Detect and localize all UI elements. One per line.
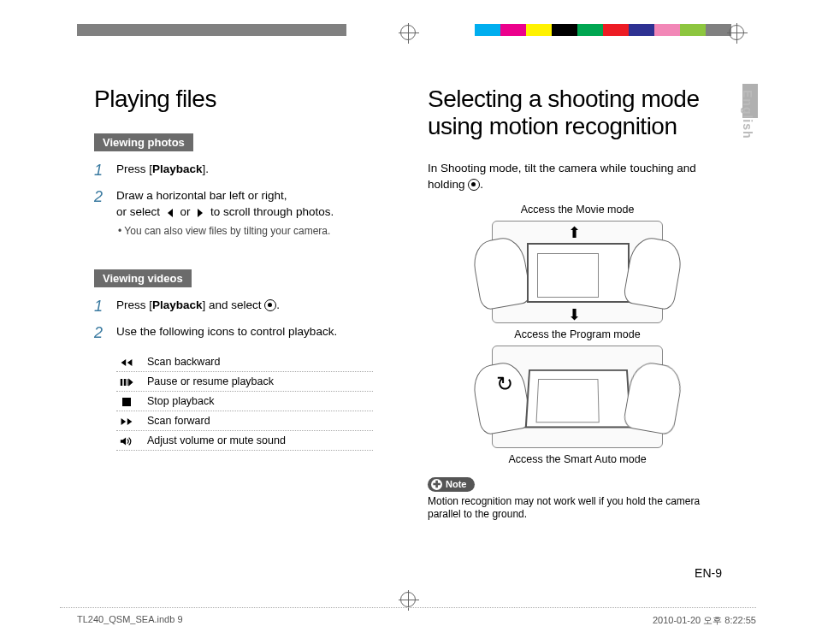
scan-forward-icon: [120, 417, 133, 427]
videos-step-2: 2 Use the following icons to control pla…: [94, 322, 393, 344]
step-text: or: [180, 205, 194, 218]
playback-label: Playback: [152, 162, 203, 175]
icon-desc: Adjust volume or mute sound: [147, 434, 286, 446]
caption-movie-mode: Access the Movie mode: [428, 204, 727, 216]
section-viewing-photos: Viewing photos: [94, 133, 193, 151]
step-text: Press [: [116, 298, 152, 311]
icon-desc: Pause or resume playback: [147, 375, 274, 387]
volume-icon: [120, 436, 133, 446]
arrow-up-icon: ⬆: [568, 223, 581, 242]
photos-step-2: 2 Draw a horizontal bar left or right, o…: [94, 186, 393, 239]
gray-calibration-bar: [77, 24, 346, 36]
heading-motion-recognition: Selecting a shooting mode using motion r…: [428, 86, 727, 140]
mode-touch-icon: [468, 179, 480, 191]
table-row: Stop playback: [116, 392, 373, 411]
right-column: Selecting a shooting mode using motion r…: [428, 86, 727, 573]
language-tab: English: [741, 90, 754, 139]
footer-timestamp: 2010-01-20 오후 8:22:55: [653, 614, 756, 627]
icon-desc: Stop playback: [147, 395, 215, 407]
chevron-left-icon: [163, 208, 177, 218]
svg-rect-0: [121, 379, 122, 386]
page-number: EN-9: [695, 566, 722, 580]
playback-icons-table: Scan backward Pause or resume playback S…: [116, 352, 373, 451]
intro-part: .: [480, 178, 483, 191]
step-text: Use the following icons to control playb…: [116, 325, 337, 338]
step-text: Draw a horizontal bar left or right,: [116, 189, 287, 202]
stop-icon: [120, 397, 133, 407]
step-subtext: • You can also view files by tilting you…: [116, 224, 334, 239]
step-text: or select: [116, 205, 163, 218]
note-text: Motion recognition may not work well if …: [428, 495, 727, 522]
step-number: 1: [94, 296, 108, 317]
note-badge: ✚ Note: [428, 477, 475, 492]
registration-mark-icon: [729, 25, 744, 40]
step-text: to scroll through photos.: [210, 205, 334, 218]
arrow-down-icon: ⬇: [568, 305, 581, 324]
videos-step-1: 1 Press [Playback] and select .: [94, 296, 393, 317]
registration-mark-icon: [400, 25, 416, 40]
section-viewing-videos: Viewing videos: [94, 269, 192, 287]
step-number: 2: [94, 186, 108, 239]
step-text: Press [: [116, 162, 152, 175]
svg-rect-2: [122, 398, 131, 406]
photos-step-1: 1 Press [Playback].: [94, 160, 393, 181]
tilt-arrow-icon: ↻: [496, 372, 522, 396]
step-text: ] and select: [203, 298, 265, 311]
playback-label: Playback: [152, 298, 203, 311]
step-number: 1: [94, 160, 108, 181]
registration-mark-icon: [400, 592, 416, 607]
left-column: Playing files Viewing photos 1 Press [Pl…: [94, 86, 393, 573]
color-calibration-bar: [475, 24, 731, 36]
icon-desc: Scan forward: [147, 415, 210, 427]
table-row: Pause or resume playback: [116, 372, 373, 392]
heading-playing-files: Playing files: [94, 86, 393, 113]
footer: TL240_QSM_SEA.indb 9 2010-01-20 오후 8:22:…: [77, 614, 756, 627]
pause-play-icon: [120, 377, 133, 387]
step-text: ].: [203, 162, 210, 175]
table-row: Scan backward: [116, 352, 373, 372]
intro-text: In Shooting mode, tilt the camera while …: [428, 161, 727, 193]
diagram-movie-mode: ⬆ ⬇: [492, 221, 663, 323]
plus-icon: ✚: [431, 479, 442, 490]
step-number: 2: [94, 322, 108, 344]
footer-divider: [60, 607, 756, 608]
svg-rect-1: [124, 379, 126, 386]
step-text: .: [276, 298, 280, 311]
note-label: Note: [446, 479, 466, 489]
caption-program-mode: Access the Program mode: [428, 328, 727, 340]
table-row: Scan forward: [116, 411, 373, 431]
diagram-smart-auto-mode: ↻: [492, 346, 663, 448]
play-mode-icon: [264, 299, 276, 311]
table-row: Adjust volume or mute sound: [116, 431, 373, 451]
chevron-right-icon: [193, 208, 207, 218]
scan-backward-icon: [120, 357, 133, 368]
caption-smart-auto-mode: Access the Smart Auto mode: [428, 453, 727, 465]
icon-desc: Scan backward: [147, 356, 220, 368]
footer-filename: TL240_QSM_SEA.indb 9: [77, 614, 183, 627]
